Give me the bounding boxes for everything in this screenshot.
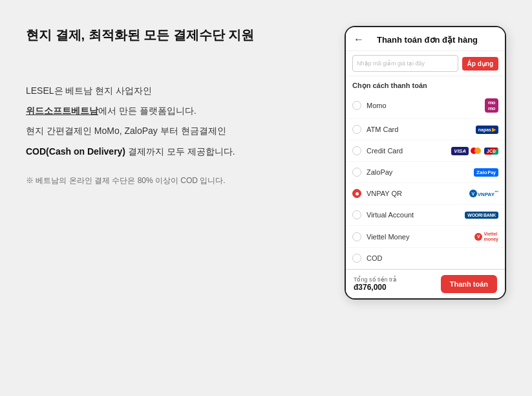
visa-logo: VISA — [451, 147, 469, 155]
page-title: 현지 결제, 최적화된 모든 결제수단 지원 — [26, 26, 332, 44]
zalopay-logo: ZaloPay — [474, 168, 498, 177]
payment-label-zalopay: ZaloPay — [367, 168, 469, 176]
checkout-button[interactable]: Thanh toán — [441, 275, 497, 293]
payment-item-virtual[interactable]: Virtual Account WOORI BANK — [346, 204, 505, 226]
payment-label-atm: ATM Card — [367, 126, 471, 133]
payment-item-momo[interactable]: Momo momo — [346, 93, 505, 119]
credit-logos: VISA JCB — [451, 147, 498, 155]
desc-line-4: COD(Cash on Delivery) 결제까지 모두 제공합니다. — [26, 144, 332, 160]
footnote: ※ 베트남의 온라인 결제 수단은 80% 이상이 COD 입니다. — [26, 175, 332, 186]
desc-line-3: 현지 간편결제인 MoMo, ZaloPay 부터 현금결제인 — [26, 123, 332, 139]
total-label: Tổng số tiền trả — [354, 276, 397, 283]
coupon-placeholder: Nhập mã giảm giá tại đây — [357, 60, 425, 67]
cod-highlight: COD(Cash on Delivery) — [26, 146, 125, 157]
payment-label-virtual: Virtual Account — [367, 211, 460, 219]
desc-line-1: LESEL은 베트남 현지 사업자인 — [26, 83, 332, 99]
payment-item-credit[interactable]: Credit Card VISA JCB — [346, 140, 505, 162]
payment-section-label: Chọn cách thanh toán — [346, 76, 505, 93]
desc-line-2: 위드소프트베트남에서 만든 플랫폼입니다. — [26, 103, 332, 119]
jcb-logo: JCB — [484, 148, 498, 155]
mastercard-logo — [471, 147, 482, 155]
payment-label-cod: COD — [367, 254, 498, 262]
payment-label-viettel: Viettel Money — [367, 233, 469, 241]
vnpay-logo: V VNPAY™ — [469, 190, 498, 197]
page-container: 현지 결제, 최적화된 모든 결제수단 지원 LESEL은 베트남 현지 사업자… — [26, 19, 506, 300]
woori-logo: WOORI BANK — [465, 212, 498, 219]
viettel-text: Viettelmoney — [484, 232, 498, 241]
payment-list: Momo momo ATM Card napas▶ Credit Card VI… — [346, 93, 505, 269]
woori-logo-badge: WOORI BANK — [465, 212, 498, 219]
payment-item-cod[interactable]: COD — [346, 248, 505, 269]
radio-virtual[interactable] — [352, 210, 361, 219]
phone-header-title: Thanh toán đơn đặt hàng — [370, 35, 484, 45]
radio-viettel[interactable] — [352, 232, 361, 241]
payment-item-vnpay[interactable]: VNPAY QR V VNPAY™ — [346, 183, 505, 204]
mc-right-circle — [474, 148, 481, 154]
total-amount: đ376,000 — [354, 283, 397, 292]
radio-momo[interactable] — [352, 101, 361, 110]
phone-footer: Tổng số tiền trả đ376,000 Thanh toán — [346, 269, 505, 298]
radio-zalopay[interactable] — [352, 168, 361, 177]
left-section: 현지 결제, 최적화된 모든 결제수단 지원 LESEL은 베트남 현지 사업자… — [26, 19, 332, 186]
radio-atm[interactable] — [352, 125, 361, 134]
viettel-logo: V Viettelmoney — [474, 232, 498, 241]
apply-button[interactable]: Áp dụng — [462, 57, 498, 71]
radio-credit[interactable] — [352, 146, 361, 155]
footer-total: Tổng số tiền trả đ376,000 — [354, 276, 397, 292]
phone-header: ← Thanh toán đơn đặt hàng — [346, 27, 505, 51]
payment-item-atm[interactable]: ATM Card napas▶ — [346, 119, 505, 140]
vnpay-icon: V — [469, 190, 477, 197]
radio-cod[interactable] — [352, 254, 361, 263]
zalopay-z: Zalo — [476, 170, 487, 175]
napas-logo: napas▶ — [476, 126, 498, 134]
radio-vnpay[interactable] — [352, 189, 361, 198]
phone-mockup: ← Thanh toán đơn đặt hàng Nhập mã giảm g… — [345, 26, 506, 300]
payment-label-momo: Momo — [367, 102, 480, 109]
vnpay-text: VNPAY™ — [478, 190, 498, 197]
zalopay-logo-badge: ZaloPay — [474, 168, 498, 177]
description-block: LESEL은 베트남 현지 사업자인 위드소프트베트남에서 만든 플랫폼입니다.… — [26, 83, 332, 186]
momo-logo: momo — [485, 98, 498, 113]
payment-label-vnpay: VNPAY QR — [367, 190, 464, 197]
payment-label-credit: Credit Card — [367, 147, 446, 155]
coupon-bar: Nhập mã giảm giá tại đây Áp dụng — [346, 51, 505, 76]
coupon-input[interactable]: Nhập mã giảm giá tại đây — [352, 55, 458, 72]
viettel-icon: V — [474, 233, 482, 241]
company-link[interactable]: 위드소프트베트남 — [26, 105, 98, 116]
momo-logo-badge: momo — [485, 98, 498, 113]
payment-item-viettel[interactable]: Viettel Money V Viettelmoney — [346, 226, 505, 248]
napas-logo-badge: napas▶ — [476, 126, 498, 134]
back-arrow-icon[interactable]: ← — [354, 34, 364, 45]
payment-item-zalopay[interactable]: ZaloPay ZaloPay — [346, 162, 505, 183]
